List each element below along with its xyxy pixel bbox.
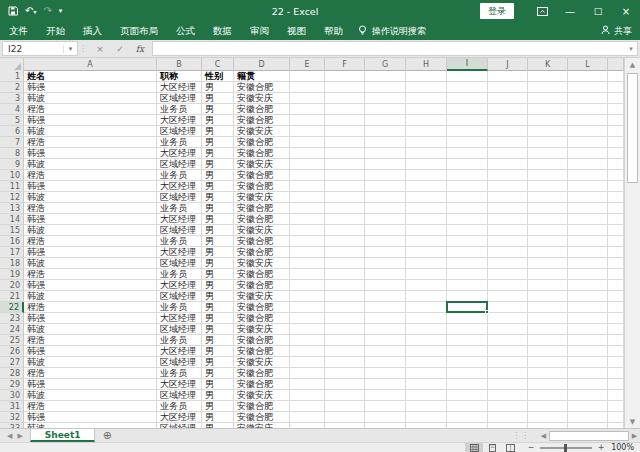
cell-F9[interactable] bbox=[325, 159, 365, 170]
cell-I25[interactable] bbox=[447, 335, 488, 346]
cell-H6[interactable] bbox=[406, 126, 447, 137]
cell-L5[interactable] bbox=[568, 115, 608, 126]
cell-C30[interactable]: 男 bbox=[202, 390, 234, 401]
cell-K7[interactable] bbox=[528, 137, 568, 148]
cell-L25[interactable] bbox=[568, 335, 608, 346]
cell-B5[interactable]: 大区经理 bbox=[157, 115, 202, 126]
cell-G22[interactable] bbox=[365, 302, 406, 313]
cell-A19[interactable]: 程浩 bbox=[24, 269, 157, 280]
cell-I26[interactable] bbox=[447, 346, 488, 357]
select-all-corner[interactable] bbox=[0, 58, 24, 71]
cell-C25[interactable]: 男 bbox=[202, 335, 234, 346]
cell-A1[interactable]: 姓名 bbox=[24, 71, 157, 82]
cell-G20[interactable] bbox=[365, 280, 406, 291]
cell-G9[interactable] bbox=[365, 159, 406, 170]
row-header-15[interactable]: 15 bbox=[0, 225, 24, 236]
cell-I23[interactable] bbox=[447, 313, 488, 324]
vertical-scroll-thumb[interactable] bbox=[627, 73, 638, 183]
cell-D25[interactable]: 安徽合肥 bbox=[234, 335, 290, 346]
cell-F4[interactable] bbox=[325, 104, 365, 115]
tab-page-layout[interactable]: 页面布局 bbox=[111, 22, 167, 40]
cell-partial-19[interactable] bbox=[608, 269, 624, 280]
tab-help[interactable]: 帮助 bbox=[315, 22, 352, 40]
cell-K10[interactable] bbox=[528, 170, 568, 181]
cell-A20[interactable]: 韩强 bbox=[24, 280, 157, 291]
cell-H18[interactable] bbox=[406, 258, 447, 269]
cell-C21[interactable]: 男 bbox=[202, 291, 234, 302]
page-break-view-icon[interactable] bbox=[501, 443, 519, 452]
cell-K3[interactable] bbox=[528, 93, 568, 104]
cell-I27[interactable] bbox=[447, 357, 488, 368]
cell-partial-25[interactable] bbox=[608, 335, 624, 346]
cell-A7[interactable]: 程浩 bbox=[24, 137, 157, 148]
cell-I4[interactable] bbox=[447, 104, 488, 115]
name-box[interactable]: I22 ▾ bbox=[2, 41, 78, 56]
cell-C31[interactable]: 男 bbox=[202, 401, 234, 412]
cell-C1[interactable]: 性别 bbox=[202, 71, 234, 82]
cell-H5[interactable] bbox=[406, 115, 447, 126]
cell-A31[interactable]: 程浩 bbox=[24, 401, 157, 412]
cell-partial-24[interactable] bbox=[608, 324, 624, 335]
tab-file[interactable]: 文件 bbox=[0, 22, 37, 40]
maximize-button[interactable]: □ bbox=[584, 0, 612, 22]
cell-J23[interactable] bbox=[488, 313, 528, 324]
cell-L18[interactable] bbox=[568, 258, 608, 269]
cell-I11[interactable] bbox=[447, 181, 488, 192]
cell-H27[interactable] bbox=[406, 357, 447, 368]
cell-F11[interactable] bbox=[325, 181, 365, 192]
cell-E31[interactable] bbox=[290, 401, 325, 412]
cell-F16[interactable] bbox=[325, 236, 365, 247]
row-header-19[interactable]: 19 bbox=[0, 269, 24, 280]
cell-J15[interactable] bbox=[488, 225, 528, 236]
cell-E10[interactable] bbox=[290, 170, 325, 181]
cell-K30[interactable] bbox=[528, 390, 568, 401]
column-header-D[interactable]: D bbox=[234, 58, 290, 71]
tab-formulas[interactable]: 公式 bbox=[167, 22, 204, 40]
cell-D14[interactable]: 安徽合肥 bbox=[234, 214, 290, 225]
cell-E11[interactable] bbox=[290, 181, 325, 192]
row-header-8[interactable]: 8 bbox=[0, 148, 24, 159]
cell-D16[interactable]: 安徽合肥 bbox=[234, 236, 290, 247]
fill-handle[interactable] bbox=[485, 310, 489, 314]
cell-H12[interactable] bbox=[406, 192, 447, 203]
cell-D22[interactable]: 安徽合肥 bbox=[234, 302, 290, 313]
tab-scroll-split-handle[interactable]: ⋮⋮ bbox=[512, 428, 530, 442]
cell-J30[interactable] bbox=[488, 390, 528, 401]
cell-J22[interactable] bbox=[488, 302, 528, 313]
cell-C6[interactable]: 男 bbox=[202, 126, 234, 137]
cell-H4[interactable] bbox=[406, 104, 447, 115]
cell-K15[interactable] bbox=[528, 225, 568, 236]
cell-G5[interactable] bbox=[365, 115, 406, 126]
cell-H28[interactable] bbox=[406, 368, 447, 379]
page-layout-view-icon[interactable] bbox=[483, 443, 501, 452]
cell-K14[interactable] bbox=[528, 214, 568, 225]
horizontal-scroll-thumb[interactable] bbox=[549, 431, 629, 441]
cell-A22[interactable]: 程浩 bbox=[24, 302, 157, 313]
cell-C17[interactable]: 男 bbox=[202, 247, 234, 258]
cell-C10[interactable]: 男 bbox=[202, 170, 234, 181]
selected-cell-I22[interactable] bbox=[446, 301, 488, 313]
cell-J32[interactable] bbox=[488, 412, 528, 423]
cell-D21[interactable]: 安徽安庆 bbox=[234, 291, 290, 302]
cell-A17[interactable]: 韩强 bbox=[24, 247, 157, 258]
cell-D15[interactable]: 安徽安庆 bbox=[234, 225, 290, 236]
cell-E23[interactable] bbox=[290, 313, 325, 324]
cell-G25[interactable] bbox=[365, 335, 406, 346]
cell-C15[interactable]: 男 bbox=[202, 225, 234, 236]
cell-partial-18[interactable] bbox=[608, 258, 624, 269]
cell-G21[interactable] bbox=[365, 291, 406, 302]
cell-A18[interactable]: 韩波 bbox=[24, 258, 157, 269]
cell-C2[interactable]: 男 bbox=[202, 82, 234, 93]
cell-B23[interactable]: 大区经理 bbox=[157, 313, 202, 324]
cell-D26[interactable]: 安徽合肥 bbox=[234, 346, 290, 357]
row-header-32[interactable]: 32 bbox=[0, 412, 24, 423]
cell-A9[interactable]: 韩波 bbox=[24, 159, 157, 170]
row-header-1[interactable]: 1 bbox=[0, 71, 24, 82]
tell-me-search[interactable]: 操作说明搜索 bbox=[358, 25, 426, 38]
cell-H25[interactable] bbox=[406, 335, 447, 346]
row-header-24[interactable]: 24 bbox=[0, 324, 24, 335]
cell-J29[interactable] bbox=[488, 379, 528, 390]
cell-F23[interactable] bbox=[325, 313, 365, 324]
cell-L16[interactable] bbox=[568, 236, 608, 247]
row-header-17[interactable]: 17 bbox=[0, 247, 24, 258]
